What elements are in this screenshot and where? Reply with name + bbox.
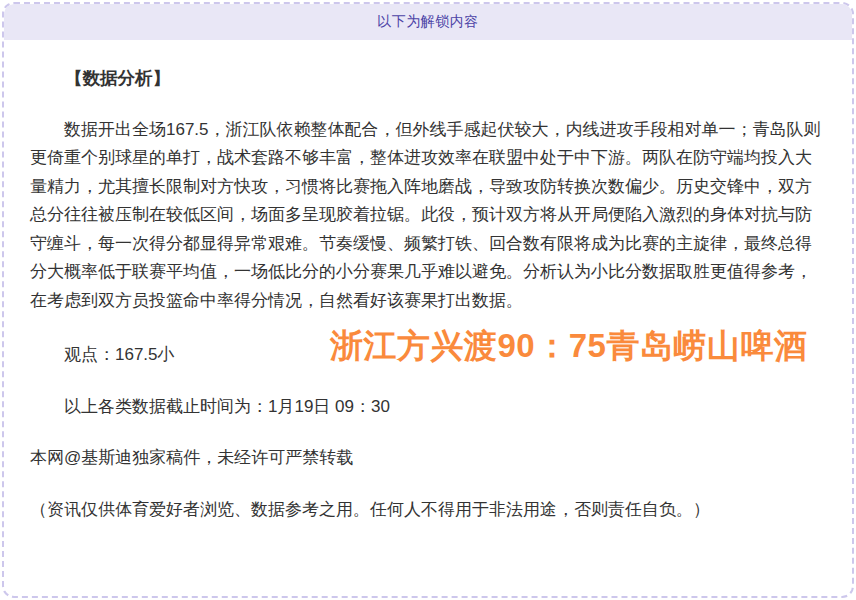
- article-content: 【数据分析】 数据开出全场167.5，浙江队依赖整体配合，但外线手感起伏较大，内…: [4, 40, 852, 524]
- score-watermark: 浙江方兴渡90：75青岛崂山啤酒: [330, 332, 807, 361]
- data-cutoff-line: 以上各类数据截止时间为：1月19日 09：30: [30, 393, 826, 422]
- unlocked-content-panel: 以下为解锁内容 【数据分析】 数据开出全场167.5，浙江队依赖整体配合，但外线…: [2, 2, 854, 598]
- copyright-line: 本网@基斯迪独家稿件，未经许可严禁转载: [30, 444, 826, 473]
- unlock-banner: 以下为解锁内容: [4, 4, 852, 40]
- section-title: 【数据分析】: [30, 64, 826, 93]
- disclaimer-line: （资讯仅供体育爱好者浏览、数据参考之用。任何人不得用于非法用途，否则责任自负。）: [30, 496, 826, 525]
- analysis-paragraph: 数据开出全场167.5，浙江队依赖整体配合，但外线手感起伏较大，内线进攻手段相对…: [30, 116, 826, 316]
- unlock-banner-label: 以下为解锁内容: [377, 13, 479, 31]
